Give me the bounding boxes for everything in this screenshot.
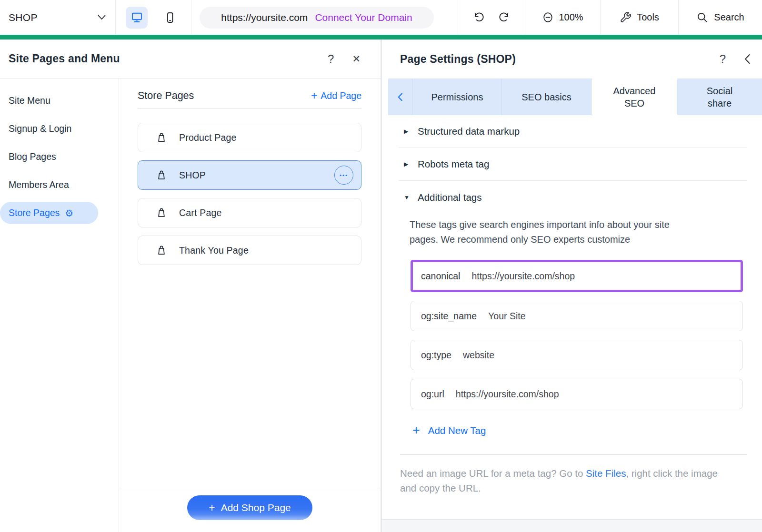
- page-item-cart-page[interactable]: Cart Page: [138, 198, 361, 227]
- add-new-tag-button[interactable]: + Add New Tag: [412, 424, 747, 437]
- section-label: Structured data markup: [418, 126, 520, 137]
- sidebar-item-label: Signup & Login: [9, 123, 71, 134]
- connect-domain-link[interactable]: Connect Your Domain: [315, 12, 412, 23]
- wrench-icon: [620, 11, 632, 23]
- site-url-bar: https://yoursite.com Connect Your Domain: [200, 7, 434, 29]
- add-shop-page-label: Add Shop Page: [221, 502, 291, 513]
- add-page-button[interactable]: + Add Page: [311, 90, 361, 101]
- tools-button[interactable]: Tools: [601, 0, 678, 35]
- mobile-icon: [164, 11, 176, 24]
- settings-tabs: Permissions SEO basics Advanced SEO Soci…: [388, 79, 762, 115]
- tab-seo-basics[interactable]: SEO basics: [502, 79, 592, 115]
- section-label: Robots meta tag: [418, 158, 489, 170]
- redo-button[interactable]: [498, 11, 511, 23]
- tag-field-og-url[interactable]: og:url https://yoursite.com/shop: [411, 379, 743, 409]
- desktop-view-button[interactable]: [126, 7, 148, 29]
- tag-field-og-site-name[interactable]: og:site_name Your Site: [411, 301, 743, 331]
- add-page-label: Add Page: [321, 90, 361, 101]
- additional-tags-description: These tags give search engines important…: [410, 217, 685, 247]
- search-button[interactable]: Search: [679, 0, 762, 35]
- mobile-view-button[interactable]: [159, 7, 181, 29]
- section-robots-meta-tag[interactable]: ▶ Robots meta tag: [399, 148, 747, 181]
- search-icon: [696, 11, 708, 23]
- tag-field-canonical[interactable]: canonical https://yoursite.com/shop: [411, 260, 743, 292]
- tab-social-share[interactable]: Social share: [677, 79, 762, 115]
- tab-label: Permissions: [431, 91, 483, 103]
- zoom-out-icon[interactable]: [542, 11, 554, 23]
- triangle-right-icon: ▶: [404, 128, 411, 135]
- gear-icon[interactable]: ⚙: [65, 208, 73, 218]
- url-section: https://yoursite.com Connect Your Domain: [191, 0, 458, 35]
- tag-value: https://yoursite.com/shop: [471, 271, 575, 282]
- store-pages-title: Store Pages: [138, 90, 194, 102]
- editor-topbar: SHOP https://yoursite.com Connect Your D…: [0, 0, 762, 35]
- shopping-bag-icon: [155, 244, 168, 256]
- collapse-panel-icon[interactable]: [744, 54, 751, 64]
- sidebar-item-members-area[interactable]: Members Area: [0, 171, 119, 199]
- shopping-bag-icon: [155, 207, 168, 219]
- section-structured-data-markup[interactable]: ▶ Structured data markup: [399, 115, 747, 148]
- divider: [400, 454, 747, 455]
- page-item-label: Cart Page: [179, 207, 222, 218]
- sidebar-item-site-menu[interactable]: Site Menu: [0, 87, 119, 115]
- undo-button[interactable]: [472, 11, 485, 23]
- tag-name: og:site_name: [421, 311, 477, 322]
- page-item-label: Thank You Page: [179, 245, 249, 256]
- help-icon[interactable]: ?: [720, 52, 726, 66]
- zoom-control[interactable]: 100%: [525, 0, 600, 35]
- pages-sidebar: Site Menu Signup & Login Blog Pages Memb…: [0, 79, 119, 532]
- plus-icon: +: [209, 502, 215, 514]
- sidebar-item-label: Site Menu: [9, 95, 50, 106]
- tag-name: og:url: [421, 389, 444, 400]
- site-accent-strip: [0, 35, 762, 39]
- tag-name: canonical: [421, 271, 460, 282]
- site-pages-panel-header: Site Pages and Menu ? ✕: [0, 39, 381, 79]
- sidebar-item-blog-pages[interactable]: Blog Pages: [0, 143, 119, 171]
- page-selector[interactable]: SHOP: [0, 0, 115, 35]
- tabs-scroll-left-button[interactable]: [388, 79, 412, 115]
- tab-label: SEO basics: [521, 91, 571, 103]
- chevron-left-icon: [397, 93, 403, 101]
- desktop-icon: [130, 11, 143, 24]
- sidebar-item-signup-login[interactable]: Signup & Login: [0, 115, 119, 143]
- meta-tag-help-text: Need an image URL for a meta tag? Go to …: [400, 466, 724, 495]
- sidebar-item-label: Blog Pages: [9, 151, 56, 162]
- tab-permissions[interactable]: Permissions: [412, 79, 502, 115]
- undo-icon: [472, 11, 485, 23]
- page-item-product-page[interactable]: Product Page: [138, 123, 361, 152]
- page-selector-label: SHOP: [9, 12, 38, 23]
- section-additional-tags[interactable]: ▼ Additional tags: [399, 181, 747, 214]
- panel-title: Page Settings (SHOP): [400, 53, 516, 66]
- zoom-level: 100%: [559, 12, 583, 23]
- add-shop-page-button[interactable]: + Add Shop Page: [187, 495, 312, 520]
- tag-value: Your Site: [488, 311, 525, 322]
- more-options-button[interactable]: •••: [334, 166, 353, 185]
- sidebar-item-store-pages[interactable]: Store Pages ⚙: [0, 202, 98, 224]
- site-files-link[interactable]: Site Files: [586, 468, 626, 479]
- sidebar-item-label: Members Area: [9, 179, 69, 190]
- page-settings-panel: Page Settings (SHOP) ? Permissions SEO b…: [381, 39, 762, 532]
- advanced-seo-content: ▶ Structured data markup ▶ Robots meta t…: [382, 115, 762, 532]
- store-pages-list: Product Page SHOP ••• Cart Page: [138, 123, 361, 265]
- divider: [138, 108, 361, 109]
- sidebar-item-label: Store Pages: [9, 207, 60, 218]
- page-item-shop[interactable]: SHOP •••: [138, 160, 361, 190]
- page-item-label: SHOP: [179, 170, 206, 181]
- page-item-thank-you-page[interactable]: Thank You Page: [138, 236, 361, 265]
- search-label: Search: [714, 12, 744, 23]
- page-item-label: Product Page: [179, 132, 237, 143]
- tab-advanced-seo[interactable]: Advanced SEO: [592, 79, 677, 115]
- close-icon[interactable]: ✕: [352, 53, 361, 65]
- meta-tag-fields: canonical https://yoursite.com/shop og:s…: [411, 260, 743, 409]
- tab-label: Social share: [694, 85, 745, 109]
- page-settings-header: Page Settings (SHOP) ?: [382, 39, 762, 79]
- site-url: https://yoursite.com: [221, 12, 308, 23]
- help-icon[interactable]: ?: [328, 52, 334, 66]
- add-new-tag-label: Add New Tag: [428, 425, 486, 436]
- chevron-down-icon: [98, 15, 106, 20]
- tag-field-og-type[interactable]: og:type website: [411, 340, 743, 370]
- panel-bottom-strip: [382, 519, 762, 532]
- device-switcher: [116, 0, 191, 35]
- tab-label: Advanced SEO: [609, 85, 660, 109]
- tag-name: og:type: [421, 350, 451, 361]
